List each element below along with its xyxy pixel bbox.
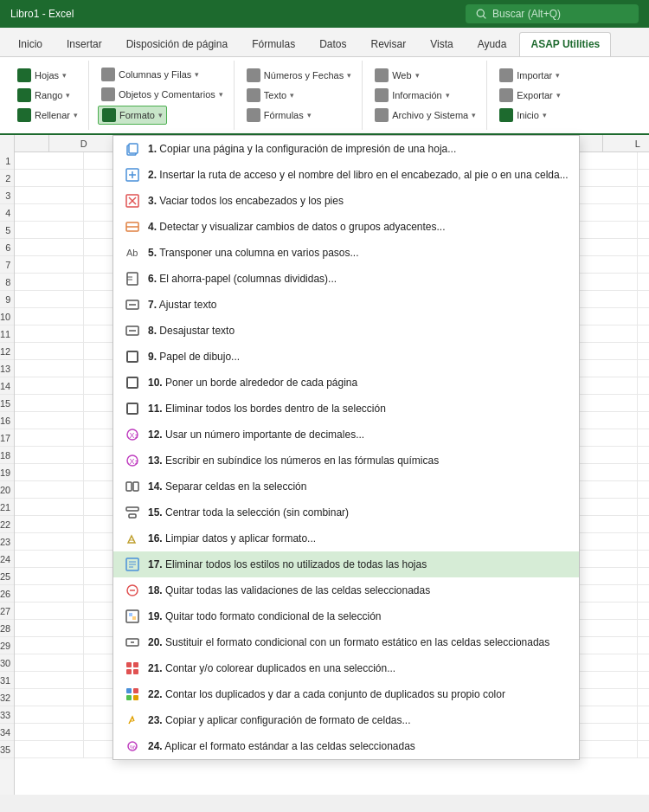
grid-cell[interactable] xyxy=(15,620,84,637)
menu-item-18[interactable]: 18. Quitar todas las validaciones de las… xyxy=(113,577,579,603)
menu-item-12[interactable]: X₂12. Usar un número importante de decim… xyxy=(113,422,579,448)
grid-cell[interactable] xyxy=(15,239,84,256)
grid-cell[interactable] xyxy=(15,689,84,706)
menu-item-20[interactable]: 20. Sustituir el formato condicional con… xyxy=(113,629,579,655)
menu-item-19[interactable]: 19. Quitar todo formato condicional de l… xyxy=(113,603,579,629)
grid-cell[interactable] xyxy=(15,551,84,568)
menu-item-8[interactable]: 8. Desajustar texto xyxy=(113,318,579,344)
tab-inicio[interactable]: Inicio xyxy=(7,32,54,56)
ribbon-btn-columnas[interactable]: Columnas y Filas ▾ xyxy=(98,66,202,83)
menu-item-11[interactable]: 11. Eliminar todos los bordes dentro de … xyxy=(113,396,579,422)
menu-item-14[interactable]: 14. Separar celdas en la selección xyxy=(113,474,579,499)
menu-item-text-6: 6. El ahorra-papel (columnas divididas).… xyxy=(148,273,569,285)
svg-rect-50 xyxy=(133,695,138,700)
tab-datos[interactable]: Datos xyxy=(308,32,357,56)
ribbon-btn-importar[interactable]: Importar ▾ xyxy=(496,67,563,84)
menu-item-text-10: 10. Poner un borde alrededor de cada pág… xyxy=(148,377,569,389)
row-number-4: 4 xyxy=(0,204,14,222)
grid-cell[interactable] xyxy=(15,204,84,222)
ribbon-btn-rellenar[interactable]: Rellenar ▾ xyxy=(14,106,81,124)
row-number-21: 21 xyxy=(0,499,14,516)
svg-line-1 xyxy=(483,16,485,18)
menu-item-10[interactable]: 10. Poner un borde alrededor de cada pág… xyxy=(113,370,579,396)
search-bar[interactable]: Buscar (Alt+Q) xyxy=(466,4,639,23)
grid-cell[interactable] xyxy=(15,741,84,758)
grid-cell[interactable] xyxy=(15,724,84,741)
ribbon-btn-numeros[interactable]: Números y Fechas ▾ xyxy=(243,67,355,84)
menu-item-24[interactable]: %24. Aplicar el formato estándar a las c… xyxy=(113,733,579,759)
grid-cell[interactable] xyxy=(15,360,84,377)
ribbon-btn-web[interactable]: Web ▾ xyxy=(371,67,422,84)
grid-cell[interactable] xyxy=(15,672,84,689)
menu-item-21[interactable]: 21. Contar y/o colorear duplicados en un… xyxy=(113,655,579,681)
grid-cell[interactable] xyxy=(15,568,84,585)
row-number-27: 27 xyxy=(0,603,14,620)
grid-cell[interactable] xyxy=(15,585,84,603)
grid-cell[interactable] xyxy=(15,170,84,187)
grid-cell[interactable] xyxy=(15,654,84,672)
tab-disposicion[interactable]: Disposición de página xyxy=(115,32,239,56)
menu-item-icon-23 xyxy=(124,712,141,729)
grid-cell[interactable] xyxy=(15,429,84,447)
grid-cell[interactable] xyxy=(15,516,84,533)
grid-cell[interactable] xyxy=(15,377,84,395)
menu-item-2[interactable]: 2. Insertar la ruta de acceso y el nombr… xyxy=(113,162,579,188)
grid-cell[interactable] xyxy=(15,343,84,360)
menu-item-15[interactable]: 15. Centrar toda la selección (sin combi… xyxy=(113,499,579,525)
app-title: Libro1 - Excel xyxy=(10,8,74,20)
ribbon-btn-formulas-grp[interactable]: Fórmulas ▾ xyxy=(243,106,315,124)
grid-cell[interactable] xyxy=(15,308,84,325)
menu-item-9[interactable]: 9. Papel de dibujo... xyxy=(113,344,579,370)
hojas-icon xyxy=(17,68,31,82)
tab-ayuda[interactable]: Ayuda xyxy=(466,32,518,56)
grid-cell[interactable] xyxy=(15,412,84,429)
tab-revisar[interactable]: Revisar xyxy=(360,32,418,56)
ribbon-btn-exportar[interactable]: Exportar ▾ xyxy=(496,87,564,104)
grid-cell[interactable] xyxy=(15,256,84,274)
grid-cell[interactable] xyxy=(15,325,84,343)
menu-item-3[interactable]: 3. Vaciar todos los encabezados y los pi… xyxy=(113,188,579,214)
menu-item-16[interactable]: 16. Limpiar datos y aplicar formato... xyxy=(113,525,579,551)
grid-cell[interactable] xyxy=(15,464,84,481)
grid-cell[interactable] xyxy=(15,187,84,204)
menu-item-13[interactable]: X₂13. Escribir en subíndice los números … xyxy=(113,448,579,474)
grid-cell[interactable] xyxy=(15,395,84,412)
ribbon-btn-inicio[interactable]: Inicio ▾ xyxy=(496,106,550,124)
grid-cell[interactable] xyxy=(15,533,84,551)
grid-cell[interactable] xyxy=(15,152,84,170)
menu-item-23[interactable]: 23. Copiar y aplicar configuración de fo… xyxy=(113,707,579,733)
grid-cell[interactable] xyxy=(15,706,84,724)
grid-cell[interactable] xyxy=(15,499,84,516)
ribbon-group-hojas: Hojas ▾ Rango ▾ Rellenar ▾ xyxy=(7,61,89,130)
menu-item-text-14: 14. Separar celdas en la selección xyxy=(148,480,569,493)
tab-vista[interactable]: Vista xyxy=(419,32,464,56)
menu-item-22[interactable]: 22. Contar los duplicados y dar a cada c… xyxy=(113,681,579,707)
menu-item-4[interactable]: 4. Detectar y visualizar cambios de dato… xyxy=(113,214,579,240)
svg-rect-45 xyxy=(126,669,132,674)
ribbon-btn-informacion[interactable]: Información ▾ xyxy=(371,87,453,104)
grid-cell[interactable] xyxy=(15,291,84,308)
ribbon-btn-texto[interactable]: Texto ▾ xyxy=(243,87,298,104)
ribbon-btn-archivo[interactable]: Archivo y Sistema ▾ xyxy=(371,106,479,124)
ribbon-btn-rango[interactable]: Rango ▾ xyxy=(14,87,74,104)
tab-asap[interactable]: ASAP Utilities xyxy=(519,32,611,56)
tab-insertar[interactable]: Insertar xyxy=(55,32,113,56)
grid-cell[interactable] xyxy=(15,637,84,654)
cells-area: D E F G H I J K L 1. Copiar una página y… xyxy=(15,135,649,795)
grid-cell[interactable] xyxy=(15,603,84,620)
ribbon-btn-objetos[interactable]: Objetos y Comentarios ▾ xyxy=(98,86,227,103)
grid-cell[interactable] xyxy=(15,274,84,291)
menu-item-6[interactable]: 6. El ahorra-papel (columnas divididas).… xyxy=(113,266,579,292)
rellenar-icon xyxy=(17,108,31,122)
ribbon-btn-formato[interactable]: Formato ▾ xyxy=(98,106,167,125)
menu-item-5[interactable]: Ab5. Transponer una columna en varios pa… xyxy=(113,240,579,266)
grid-cell[interactable] xyxy=(15,222,84,239)
grid-cell[interactable] xyxy=(15,481,84,499)
ribbon-btn-hojas[interactable]: Hojas ▾ xyxy=(14,67,70,84)
menu-item-17[interactable]: 17. Eliminar todos los estilos no utiliz… xyxy=(113,551,579,577)
menu-item-7[interactable]: 7. Ajustar texto xyxy=(113,292,579,318)
row-number-15: 15 xyxy=(0,395,14,412)
tab-formulas[interactable]: Fórmulas xyxy=(241,32,306,56)
menu-item-1[interactable]: 1. Copiar una página y la configuración … xyxy=(113,136,579,162)
grid-cell[interactable] xyxy=(15,447,84,464)
